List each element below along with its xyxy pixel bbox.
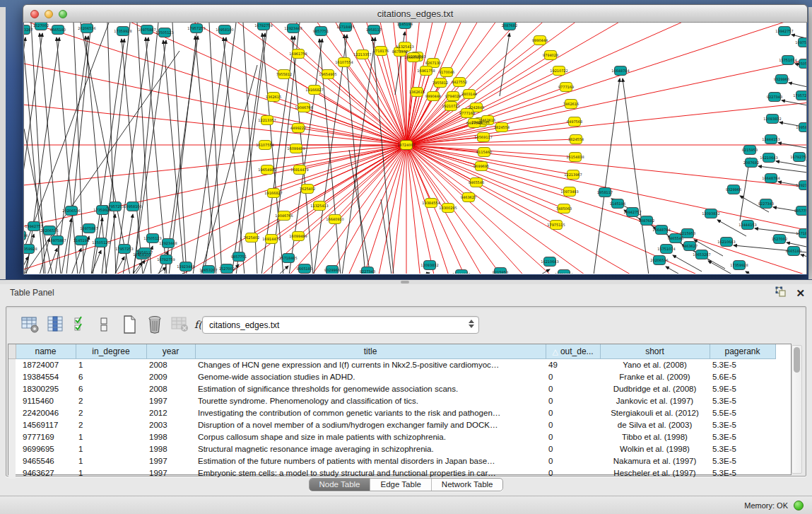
graph-node-label: 3824554 — [568, 137, 584, 141]
cell-name: 9465546 — [16, 455, 76, 467]
graph-node-label: 16107554 — [335, 60, 353, 64]
cytoscape-app: citations_edges.txt 1065328715 — [0, 0, 812, 514]
table-row[interactable]: 1938455462009Genome-wide association stu… — [8, 370, 775, 382]
table-row[interactable]: 977716911998Corpus callosum shape and si… — [8, 431, 775, 443]
graph-node-label: 7625402 — [244, 235, 259, 240]
cell-pagerank: 5.3E-5 — [710, 395, 775, 407]
table-select-dropdown[interactable]: citations_edges.txt — [202, 316, 479, 334]
cell-title: Tourette syndrome. Phenomenology and cla… — [195, 395, 546, 407]
table-row[interactable]: 1872400712008Changes of HCN gene express… — [8, 358, 775, 370]
cell-short: Yano et al. (2008) — [600, 358, 710, 370]
graph-node-label: 2087682 — [502, 23, 517, 28]
graph-node-label: 1145194 — [73, 238, 89, 243]
cell-title: Investigating the contribution of common… — [195, 407, 546, 419]
cell-in_degree: 1 — [76, 443, 146, 455]
cell-pagerank: 5.3E-5 — [710, 358, 775, 370]
graph-node-label: 1958117 — [137, 250, 153, 255]
table-row[interactable]: 969969511998Structural magnetic resonanc… — [8, 443, 775, 455]
graph-node-label: 8427552 — [452, 80, 467, 84]
graph-node-label: 1527002 — [772, 237, 787, 241]
graph-node-label: 9115460 — [476, 150, 492, 154]
new-document-icon[interactable] — [119, 315, 139, 334]
cell-in_degree: 2 — [76, 395, 146, 407]
column-header-out_degree[interactable]: △out_de... — [546, 344, 600, 358]
network-window-titlebar[interactable]: citations_edges.txt — [23, 4, 808, 23]
table-panel-header: Table Panel ✕ — [0, 284, 812, 301]
memory-ok-icon — [794, 501, 804, 510]
graph-node-label: 19384554 — [422, 201, 440, 205]
cell-pagerank: 5.5E-5 — [710, 407, 775, 419]
show-column-icon[interactable] — [46, 315, 66, 334]
table-panel-title: Table Panel — [10, 288, 54, 298]
column-visibility-checklist-icon[interactable] — [71, 315, 91, 334]
table-row[interactable]: 2242004622012Investigating the contribut… — [8, 407, 775, 419]
network-view[interactable]: 1065328715270028665180202065361735992810… — [23, 23, 807, 274]
graph-node-label: 7462616 — [480, 118, 495, 122]
graph-node-label: 9857751 — [231, 255, 247, 259]
graph-node-label: 13942757 — [775, 29, 793, 33]
float-panel-icon[interactable] — [775, 286, 786, 300]
row-gutter — [8, 395, 16, 407]
row-gutter — [8, 467, 16, 479]
column-header-short[interactable]: short — [600, 344, 710, 358]
table-tabs-row: Node TableEdge TableNetwork Table — [0, 478, 812, 493]
graph-node-label: 9990444 — [425, 94, 441, 98]
cell-out_degree: 0 — [546, 382, 600, 395]
scrollbar-thumb[interactable] — [794, 347, 800, 373]
close-panel-icon[interactable]: ✕ — [796, 288, 805, 299]
graph-node-label: 12923448 — [177, 264, 194, 269]
cell-out_degree: 0 — [546, 431, 600, 443]
graph-node-label: 19166827 — [264, 191, 282, 195]
graph-node-label: 3824554 — [494, 125, 510, 129]
graph-node-label: 16648784 — [762, 176, 779, 180]
table-row[interactable]: 946362711997Embryonic stem cells: a mode… — [8, 467, 775, 479]
table-row[interactable]: 1456911722003Disruption of a novel membe… — [8, 419, 775, 431]
tab-network-table[interactable]: Network Table — [431, 479, 503, 491]
column-header-name[interactable]: name — [16, 344, 76, 358]
tab-node-table[interactable]: Node Table — [310, 479, 370, 491]
graph-node-label: 9990444 — [532, 38, 548, 42]
graph-node-label: 12213967 — [564, 173, 582, 177]
row-gutter — [8, 443, 16, 455]
cell-title: Embryonic stem cells: a model to study s… — [195, 467, 546, 479]
graph-node-label: 1362615 — [266, 95, 281, 99]
table-vertical-scrollbar[interactable] — [792, 345, 802, 474]
column-header-year[interactable]: year — [146, 344, 195, 358]
row-height-icon[interactable] — [94, 315, 114, 334]
cell-year: 2003 — [146, 419, 195, 431]
cell-title: Changes of HCN gene expression and I(f) … — [195, 358, 546, 370]
cell-pagerank: 5.6E-5 — [710, 370, 775, 382]
graph-node-label: 13942757 — [623, 210, 641, 214]
graph-node-label: 9794028 — [445, 94, 461, 98]
graph-node-label: 10653287 — [24, 28, 33, 32]
column-header-title[interactable]: title — [195, 344, 546, 358]
table-row[interactable]: 946554611997Estimation of the future num… — [8, 455, 775, 467]
graph-node-label: 12923448 — [284, 26, 302, 30]
tab-edge-table[interactable]: Edge Table — [370, 479, 430, 491]
desktop-right-strip — [808, 7, 812, 279]
graph-node-label: 20206536 — [650, 258, 668, 262]
delete-icon[interactable] — [145, 315, 165, 334]
graph-node-label: 10973493 — [560, 189, 578, 194]
splitter-grip-icon[interactable] — [401, 281, 409, 284]
table-row[interactable]: 1830029562008Estimation of significance … — [8, 382, 775, 395]
column-header-in_degree[interactable]: in_degree — [76, 344, 146, 358]
graph-node-label: 16792759 — [254, 23, 272, 28]
cell-title: Genome-wide association studies in ADHD. — [195, 370, 546, 382]
graph-node-label: 16210643 — [717, 240, 735, 244]
column-header-pagerank[interactable]: pagerank — [710, 344, 775, 358]
graph-node-label: 12444153 — [762, 137, 779, 141]
graph-node-label: 12213357 — [258, 118, 276, 122]
graph-node-label: 10958100 — [796, 125, 806, 129]
graph-node-label: 9170046 — [439, 70, 454, 74]
graph-node-label: 16107554 — [256, 143, 273, 147]
graph-node-label: 10975887 — [48, 238, 66, 243]
table-row[interactable]: 911546021997Tourette syndrome. Phenomeno… — [8, 395, 775, 407]
cell-in_degree: 6 — [76, 382, 146, 395]
table-settings-icon[interactable] — [20, 315, 40, 334]
graph-node-label: 10975887 — [80, 226, 98, 230]
cell-out_degree: 49 — [546, 358, 600, 370]
table-header-row: namein_degreeyeartitle△out_de...shortpag… — [8, 344, 775, 358]
graph-node-label: 2087682 — [639, 218, 654, 223]
graph-node-label: 7462616 — [563, 102, 579, 106]
